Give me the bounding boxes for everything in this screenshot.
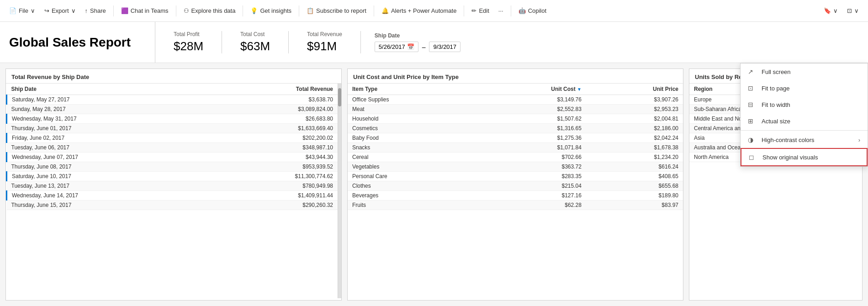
table-row: $62.28 bbox=[476, 200, 586, 210]
unit-cost-table: Item Type Unit Cost ▼ Unit Price Office … bbox=[348, 84, 683, 210]
table-row: $3,149.76 bbox=[476, 95, 586, 105]
dropdown-separator bbox=[741, 130, 868, 131]
dropdown-item-fit-to-page[interactable]: ⊡Fit to page bbox=[741, 80, 868, 96]
table-row: Wednesday, June 14, 2017 bbox=[7, 191, 211, 200]
revenue-col-date: Ship Date bbox=[7, 84, 211, 95]
table-row: $655.68 bbox=[586, 181, 683, 191]
unit-cost-table-scroll[interactable]: Item Type Unit Cost ▼ Unit Price Office … bbox=[348, 84, 683, 298]
dropdown-item-icon: ⊟ bbox=[748, 101, 757, 108]
toolbar: 📄 File ∨ ↪ Export ∨ ↑ Share 🟪 Chat in Te… bbox=[0, 0, 868, 22]
dropdown-item-actual-size[interactable]: ⊞Actual size bbox=[741, 113, 868, 129]
table-row: Thursday, June 08, 2017 bbox=[7, 162, 211, 172]
report-title: Global Sales Report bbox=[9, 35, 131, 50]
table-row: $215.04 bbox=[476, 181, 586, 191]
insights-button[interactable]: 💡 Get insights bbox=[247, 5, 295, 16]
table-row: $202,200.02 bbox=[211, 133, 338, 143]
revenue-scrollbar[interactable] bbox=[338, 84, 341, 298]
revenue-table: Ship Date Total Revenue Saturday, May 27… bbox=[6, 84, 338, 210]
kpi-cost-label: Total Cost bbox=[240, 31, 270, 37]
view-mode-button[interactable]: ⊡ ∨ bbox=[843, 5, 863, 16]
alerts-button[interactable]: 🔔 Alerts + Power Automate bbox=[378, 5, 460, 16]
file-button[interactable]: 📄 File ∨ bbox=[5, 5, 39, 16]
file-chevron-icon: ∨ bbox=[31, 7, 35, 14]
table-row: Clothes bbox=[348, 181, 476, 191]
dropdown-item-high-contrast-colors[interactable]: ◑High-contrast colors› bbox=[741, 132, 868, 148]
date-range: 5/26/2017 📅 – 9/3/2017 bbox=[375, 42, 460, 52]
kpi-total-profit: Total Profit $28M bbox=[155, 31, 222, 53]
table-row: $3,907.26 bbox=[586, 95, 683, 105]
bookmark-button[interactable]: 🔖 ∨ bbox=[820, 5, 842, 16]
table-row: $780,949.98 bbox=[211, 181, 338, 191]
sep7 bbox=[511, 5, 511, 16]
dropdown-item-label: Show original visuals bbox=[762, 154, 818, 161]
table-row: $43,944.30 bbox=[211, 153, 338, 162]
chat-teams-button[interactable]: 🟪 Chat in Teams bbox=[117, 5, 172, 16]
unit-col-price: Unit Price bbox=[586, 84, 683, 95]
date-separator: – bbox=[422, 43, 426, 51]
dropdown-item-label: Fit to page bbox=[762, 85, 789, 92]
cost-sort-icon: ▼ bbox=[577, 87, 582, 92]
table-row: $2,953.23 bbox=[586, 105, 683, 114]
subscribe-button[interactable]: 📋 Subscribe to report bbox=[303, 5, 370, 16]
export-icon: ↪ bbox=[44, 7, 49, 14]
dropdown-item-show-original-visuals[interactable]: ◻Show original visuals bbox=[741, 148, 868, 166]
table-row: $290,260.32 bbox=[211, 200, 338, 210]
table-row: Thursday, June 01, 2017 bbox=[7, 124, 211, 133]
table-row: Thursday, June 15, 2017 bbox=[7, 200, 211, 210]
dropdown-item-icon: ⊡ bbox=[748, 84, 757, 92]
table-row: $2,042.24 bbox=[586, 133, 683, 143]
dropdown-item-full-screen[interactable]: ↗Full screen bbox=[741, 63, 868, 80]
kpi-profit-label: Total Profit bbox=[174, 31, 203, 37]
more-button[interactable]: ··· bbox=[495, 5, 507, 16]
table-row: $1,234.20 bbox=[586, 153, 683, 162]
date-end-input[interactable]: 9/3/2017 bbox=[429, 42, 460, 52]
dropdown-item-fit-to-width[interactable]: ⊟Fit to width bbox=[741, 96, 868, 113]
table-row: $953,939.52 bbox=[211, 162, 338, 172]
bookmark-icon: 🔖 bbox=[824, 7, 831, 14]
report-title-area: Global Sales Report bbox=[9, 22, 155, 63]
edit-button[interactable]: ✏ Edit bbox=[468, 5, 492, 16]
revenue-panel-title: Total Revenue by Ship Date bbox=[6, 69, 341, 84]
copilot-button[interactable]: 🤖 Copilot bbox=[515, 5, 550, 16]
table-row: Fruits bbox=[348, 200, 476, 210]
dropdown-item-icon: ↗ bbox=[748, 68, 757, 75]
table-row: $363.72 bbox=[476, 162, 586, 172]
table-row: $1,275.36 bbox=[476, 133, 586, 143]
date-start-input[interactable]: 5/26/2017 📅 bbox=[375, 42, 418, 52]
subscribe-icon: 📋 bbox=[307, 7, 314, 14]
table-row: $1,409,911.44 bbox=[211, 191, 338, 200]
kpi-ship-date: Ship Date 5/26/2017 📅 – 9/3/2017 bbox=[361, 32, 474, 52]
table-row: $1,316.65 bbox=[476, 124, 586, 133]
table-row: $702.66 bbox=[476, 153, 586, 162]
table-row: Beverages bbox=[348, 191, 476, 200]
revenue-table-scroll[interactable]: Ship Date Total Revenue Saturday, May 27… bbox=[6, 84, 338, 298]
table-row: $348,987.10 bbox=[211, 143, 338, 153]
ship-date-label: Ship Date bbox=[375, 32, 460, 39]
export-button[interactable]: ↪ Export ∨ bbox=[41, 5, 79, 16]
kpi-total-cost: Total Cost $63M bbox=[222, 31, 289, 53]
dropdown-item-icon: ◑ bbox=[748, 136, 757, 143]
date-end-value: 9/3/2017 bbox=[433, 43, 456, 50]
unit-col-type: Item Type bbox=[348, 84, 476, 95]
sep1 bbox=[113, 5, 114, 16]
sep2 bbox=[176, 5, 176, 16]
view-chevron: ∨ bbox=[854, 7, 859, 14]
dropdown-item-label: High-contrast colors bbox=[762, 137, 815, 143]
explore-button[interactable]: ⚇ Explore this data bbox=[180, 5, 239, 16]
header-area: Global Sales Report Total Profit $28M To… bbox=[0, 22, 868, 63]
table-row: Sunday, May 28, 2017 bbox=[7, 105, 211, 114]
table-row: $1,678.38 bbox=[586, 143, 683, 153]
table-row: Tuesday, June 13, 2017 bbox=[7, 181, 211, 191]
context-dropdown-menu: ↗Full screen⊡Fit to page⊟Fit to width⊞Ac… bbox=[740, 63, 868, 167]
chevron-right-icon: › bbox=[858, 137, 860, 143]
table-row: $26,683.80 bbox=[211, 114, 338, 124]
share-button[interactable]: ↑ Share bbox=[81, 5, 110, 16]
unit-cost-panel-title: Unit Cost and Unit Price by Item Type bbox=[348, 69, 683, 84]
revenue-scroll-thumb[interactable] bbox=[338, 88, 341, 106]
sep6 bbox=[464, 5, 464, 16]
sep3 bbox=[243, 5, 243, 16]
dropdown-item-label: Actual size bbox=[762, 118, 790, 125]
table-row: $3,638.70 bbox=[211, 95, 338, 105]
table-row: $1,507.62 bbox=[476, 114, 586, 124]
export-chevron-icon: ∨ bbox=[71, 7, 76, 14]
